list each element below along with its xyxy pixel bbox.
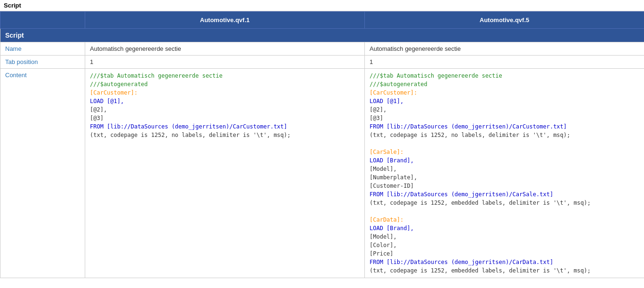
content-cell-1: ///$tab Automatisch gegenereerde sectie … <box>85 69 365 278</box>
c1-line7: FROM [lib://DataSources (demo_jgerritsen… <box>90 123 287 130</box>
c1-line6: [@3] <box>90 115 104 121</box>
c1-line5: [@2], <box>90 106 107 113</box>
c2-b2-line7: (txt, codepage is 1252, embedded labels,… <box>370 200 591 206</box>
name-val1: Automatisch gegenereerde sectie <box>85 42 365 56</box>
c1-line4: LOAD [@1], <box>90 98 124 104</box>
c2-b1-line4: LOAD [@1], <box>370 98 403 104</box>
c2-b3-line7: (txt, codepage is 1252, embedded labels,… <box>370 267 591 274</box>
content-label: Content <box>0 69 85 278</box>
content-cell-2: ///$tab Automatisch gegenereerde sectie … <box>365 69 644 278</box>
c1-line1: ///$tab Automatisch gegenereerde sectie <box>90 72 223 79</box>
c1-line2: ///$autogenerated <box>90 81 148 88</box>
tabpos-label: Tab position <box>0 56 85 69</box>
c2-b2-line1: [CarSale]: <box>370 149 403 155</box>
tabpos-val1: 1 <box>85 56 365 69</box>
c1-line8: (txt, codepage is 1252, no labels, delim… <box>90 132 290 138</box>
c2-b3-line6: FROM [lib://DataSources (demo_jgerritsen… <box>370 259 553 265</box>
c1-line3: [CarCustomer]: <box>90 89 137 96</box>
header-file2: Automotive.qvf.5 <box>365 12 644 29</box>
c2-b1-line7: FROM [lib://DataSources (demo_jgerritsen… <box>370 123 567 130</box>
comparison-table: Automotive.qvf.1 Automotive.qvf.5 Script… <box>0 11 644 278</box>
tabpos-val2: 1 <box>365 56 644 69</box>
name-val2: Automatisch gegenereerde sectie <box>365 42 644 56</box>
c2-b3-line3: [Model], <box>370 233 397 240</box>
c2-b1-line6: [@3] <box>370 115 383 121</box>
header-file1: Automotive.qvf.1 <box>85 12 365 29</box>
c2-b2-line5: [Customer-ID] <box>370 183 414 189</box>
c2-b2-line4: [Numberplate], <box>370 174 417 181</box>
page-title: Script <box>0 0 644 11</box>
c2-b2-line3: [Model], <box>370 166 397 172</box>
c2-b1-line8: (txt, codepage is 1252, no labels, delim… <box>370 132 570 138</box>
c2-b2-line6: FROM [lib://DataSources (demo_jgerritsen… <box>370 191 553 198</box>
c2-b3-line1: [CarData]: <box>370 216 403 223</box>
c2-b3-line2: LOAD [Brand], <box>370 225 414 232</box>
c2-b1-line1: ///$tab Automatisch gegenereerde sectie <box>370 72 502 79</box>
c2-b1-line2: ///$autogenerated <box>370 81 427 88</box>
header-empty <box>0 12 85 29</box>
c2-b1-line3: [CarCustomer]: <box>370 89 417 96</box>
name-label: Name <box>0 42 85 56</box>
c2-b1-line5: [@2], <box>370 106 386 113</box>
section-header-script: Script <box>0 29 644 42</box>
c2-b2-line2: LOAD [Brand], <box>370 157 414 164</box>
c2-b3-line5: [Price] <box>370 250 394 257</box>
c2-b3-line4: [Color], <box>370 242 397 248</box>
